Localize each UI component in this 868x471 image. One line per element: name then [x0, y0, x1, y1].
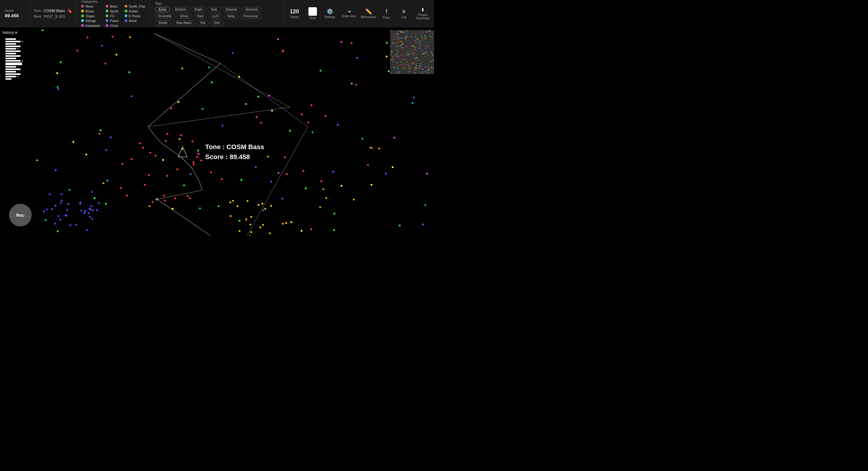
tag-pill[interactable]: Percussive	[240, 13, 261, 19]
svg-point-46	[371, 147, 373, 149]
svg-point-64	[181, 68, 183, 69]
svg-point-179	[43, 210, 45, 212]
svg-point-122	[144, 184, 146, 186]
svg-point-157	[285, 222, 287, 224]
solar-view-button[interactable]: ⇥ Solar view	[340, 9, 357, 18]
svg-point-133	[163, 195, 165, 197]
tag-pill[interactable]: Simple	[155, 20, 171, 25]
svg-point-138	[131, 158, 132, 160]
category-item[interactable]: None	[81, 4, 100, 8]
tag-pill[interactable]: Hard	[194, 13, 207, 19]
svg-line-205	[157, 190, 202, 199]
tag-pill[interactable]: Noisy	[224, 13, 238, 19]
tag-pill[interactable]: Ambient	[172, 7, 189, 12]
svg-point-131	[149, 152, 151, 154]
svg-point-167	[86, 229, 88, 231]
svg-point-50	[271, 110, 273, 112]
tag-pill[interactable]: Ethnic	[177, 13, 192, 19]
tag-pill[interactable]: Slow Attack	[173, 20, 195, 25]
bank-label: Bank	[34, 14, 41, 18]
svg-point-60	[302, 170, 304, 172]
svg-point-92	[311, 131, 313, 133]
svg-point-82	[183, 184, 185, 186]
category-item[interactable]: Organ	[81, 14, 100, 18]
metronome-button[interactable]: ✏️ Metronome	[360, 8, 377, 19]
tag-pill[interactable]: Bright	[191, 7, 206, 12]
category-item[interactable]: Keyboard	[81, 24, 100, 27]
category-item[interactable]: Wind	[125, 19, 145, 23]
svg-point-172	[89, 216, 91, 218]
svg-point-49	[399, 225, 401, 227]
tag-pill[interactable]: Solo	[211, 20, 223, 25]
log-button[interactable]: ≡ Log	[396, 8, 411, 19]
svg-point-140	[152, 201, 154, 203]
score-label: Score	[5, 9, 25, 12]
tag-pill[interactable]: Lo-Fi	[209, 13, 222, 19]
svg-point-3	[413, 97, 415, 98]
svg-point-106	[36, 159, 38, 161]
category-dot	[125, 5, 127, 7]
category-item[interactable]: Synth_Pad	[125, 4, 145, 8]
categories-title: Categories	[81, 0, 145, 3]
svg-point-94	[362, 138, 363, 140]
category-item[interactable]: Synth	[105, 9, 118, 13]
category-item[interactable]: FX	[105, 14, 118, 18]
top-bar: Score 89.458 Tone COSM Bass 🔖 Bank PRST_…	[0, 0, 434, 27]
solar-view-label: Solar view	[342, 14, 355, 18]
svg-point-58	[268, 95, 270, 97]
category-item[interactable]: Strings	[81, 19, 100, 23]
tag-pill[interactable]: Soft	[197, 20, 209, 25]
svg-point-190	[67, 203, 69, 205]
tag-pill[interactable]: Ensemble	[155, 13, 175, 19]
piano-row	[5, 55, 34, 57]
svg-point-29	[388, 70, 390, 72]
svg-point-21	[284, 156, 286, 158]
stop-button[interactable]: Stop	[306, 7, 319, 20]
panic-icon: !	[385, 7, 387, 16]
controls-section: 120 Tempo Stop ⚙️ Settings ⇥ Solar view …	[283, 0, 434, 27]
svg-point-194	[91, 218, 93, 220]
category-item[interactable]: Piano	[105, 19, 118, 23]
rec-button[interactable]: Rec	[9, 204, 32, 227]
svg-point-142	[155, 155, 156, 156]
svg-point-161	[250, 224, 251, 225]
svg-line-198	[154, 33, 220, 63]
tag-pill[interactable]: Active	[155, 7, 169, 12]
svg-point-156	[258, 204, 259, 206]
tag-pill[interactable]: Dark	[207, 7, 220, 12]
category-item[interactable]: Choir	[105, 24, 118, 27]
svg-point-121	[166, 175, 168, 177]
svg-point-195	[60, 202, 62, 204]
svg-point-119	[179, 138, 181, 140]
svg-line-200	[148, 127, 160, 142]
bank-name: PRST_E 853	[44, 14, 65, 19]
piano-row	[5, 71, 34, 72]
settings-button[interactable]: ⚙️ Settings	[322, 8, 337, 19]
svg-point-143	[210, 172, 212, 173]
svg-point-155	[239, 230, 241, 232]
svg-point-136	[193, 163, 195, 165]
category-item[interactable]: Bass	[105, 4, 118, 8]
svg-point-185	[51, 208, 53, 210]
stop-icon	[308, 7, 317, 16]
category-item[interactable]: Guitar	[125, 9, 145, 13]
tag-pill[interactable]: Distorted	[242, 7, 261, 12]
phrase-download-button[interactable]: ⬇ Phrase Download	[414, 7, 431, 20]
svg-point-173	[80, 202, 81, 204]
tag-pill[interactable]: Detuned	[222, 7, 241, 12]
panic-button[interactable]: ! Panic	[380, 6, 393, 21]
history-button[interactable]: history ▾	[2, 30, 34, 35]
category-dot	[81, 19, 84, 22]
category-item[interactable]: Brass	[81, 9, 100, 13]
category-item[interactable]: E.Piano	[125, 14, 145, 18]
svg-point-67	[42, 30, 43, 31]
svg-point-2	[103, 182, 104, 184]
svg-point-42	[340, 41, 342, 43]
svg-point-66	[424, 204, 426, 206]
score-section: Score 89.458	[0, 0, 30, 27]
log-icon: ≡	[402, 8, 406, 15]
gear-icon: ⚙️	[327, 8, 333, 15]
bookmark-icon[interactable]: 🔖	[67, 8, 72, 13]
svg-point-110	[198, 153, 199, 155]
svg-point-39	[241, 179, 242, 181]
